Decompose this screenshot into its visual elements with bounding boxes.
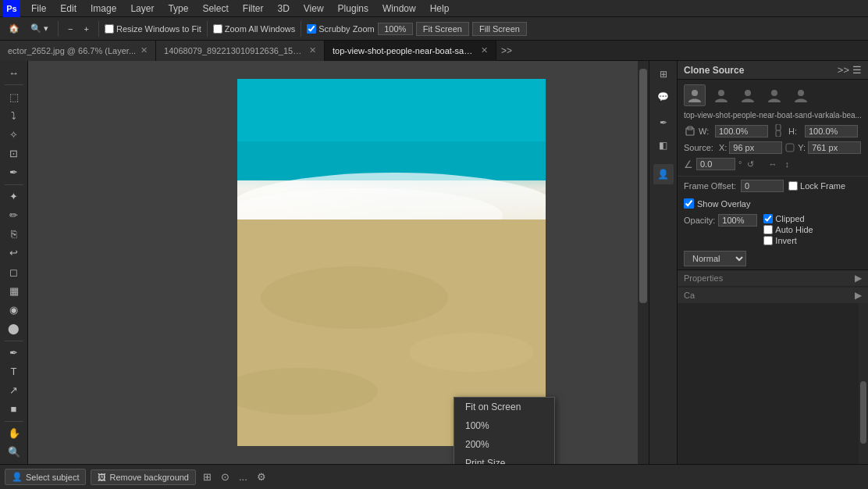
menu-window[interactable]: Window [376,2,422,16]
invert-input[interactable] [763,236,773,245]
invert-checkbox[interactable]: Invert [763,236,813,245]
zoom-tool-left-icon[interactable]: 🔍 [3,444,25,461]
tab-0-close[interactable]: ✕ [141,45,148,55]
wh-link-icon[interactable] [770,124,786,138]
blend-mode-select[interactable]: Normal [684,251,746,266]
frame-offset-input[interactable] [741,180,784,192]
show-overlay-checkbox[interactable]: Show Overlay [684,198,750,209]
tab-0[interactable]: ector_2652.jpg @ 66.7% (Layer... ✕ [0,41,156,61]
blur-icon[interactable]: ◉ [3,301,25,318]
shape-tool-icon[interactable]: ■ [3,401,25,418]
tab-2[interactable]: top-view-shot-people-near-boat-sand-vark… [325,41,496,61]
angle-input[interactable] [696,158,735,170]
menu-image[interactable]: Image [84,2,123,16]
home-button[interactable]: 🏠 [5,22,23,35]
panel-expand-button[interactable]: >> [838,64,849,76]
clone-source-1[interactable] [684,84,706,106]
clone-source-mini-icon[interactable]: 👤 [653,164,674,184]
clone-source-5[interactable] [790,84,812,106]
gradient-icon[interactable]: ▦ [3,282,25,299]
vertical-scrollbar[interactable] [638,61,649,464]
zoom-level-input[interactable] [378,23,413,35]
brush-icon[interactable]: ✏ [3,207,25,224]
clone-stamp-icon[interactable]: ⎘ [3,226,25,243]
fit-screen-button[interactable]: Fit Screen [416,22,469,36]
bottom-bar-more-options[interactable]: ... [237,469,250,485]
properties-expand[interactable]: ▶ [855,273,862,284]
move-tool-icon[interactable]: ↔ [3,64,25,81]
right-panel-scrollbar[interactable] [859,303,868,464]
text-tool-icon[interactable]: T [3,363,25,380]
clipped-checkbox[interactable]: Clipped [763,214,813,223]
right-panel-scroll-thumb[interactable] [860,381,866,444]
pen-tool-icon[interactable]: ✒ [3,344,25,361]
tab-overflow-button[interactable]: >> [496,45,517,56]
menu-file[interactable]: File [25,2,52,16]
resize-windows-checkbox[interactable]: Resize Windows to Fit [105,24,201,34]
crop-tool-icon[interactable]: ⊡ [3,145,25,162]
scroll-thumb[interactable] [639,69,647,303]
menu-select[interactable]: Select [196,2,234,16]
h-value-input[interactable] [805,125,858,137]
menu-filter[interactable]: Filter [237,2,270,16]
auto-hide-checkbox[interactable]: Auto Hide [763,225,813,234]
remove-background-button[interactable]: 🖼 Remove background [91,469,196,485]
flip-v-icon[interactable]: ↕ [782,159,792,169]
menu-plugins[interactable]: Plugins [332,2,375,16]
zoom-all-input[interactable] [213,24,222,34]
opacity-input[interactable] [718,214,757,227]
menu-edit[interactable]: Edit [54,2,83,16]
context-fit-on-screen[interactable]: Fit on Screen [454,398,554,416]
reset-angle-icon[interactable]: ↺ [745,159,756,170]
eraser-icon[interactable]: ◻ [3,263,25,280]
menu-layer[interactable]: Layer [124,2,160,16]
menu-view[interactable]: View [297,2,330,16]
marquee-tool-icon[interactable]: ⬚ [3,88,25,105]
hand-tool-icon[interactable]: ✋ [3,425,25,442]
bottom-bar-settings-icon[interactable]: ⚙ [254,469,269,485]
zoom-out-button[interactable]: − [64,23,76,35]
bottom-bar-small-icon-1[interactable]: ⊞ [201,469,214,485]
tab-1[interactable]: 14068079_892213010912636_152716148648615… [156,41,325,61]
dodge-icon[interactable]: ⬤ [3,319,25,337]
clone-source-2[interactable] [710,84,732,106]
comments-icon[interactable]: 💬 [653,87,674,107]
zoom-tool[interactable]: 🔍 ▾ [27,22,52,35]
healing-brush-icon[interactable]: ✦ [3,187,25,205]
menu-type[interactable]: Type [162,2,194,16]
tab-1-close[interactable]: ✕ [309,45,316,55]
x-value-input[interactable] [729,141,782,154]
panel-menu-button[interactable]: ☰ [852,64,862,76]
y-value-input[interactable] [808,141,861,154]
flip-h-icon[interactable]: ↔ [766,159,779,169]
select-subject-button[interactable]: 👤 Select subject [5,469,86,485]
clipped-input[interactable] [763,214,773,223]
adjustments-icon[interactable]: ✒ [653,112,674,133]
zoom-in-button[interactable]: + [80,23,93,35]
path-selection-icon[interactable]: ↗ [3,382,25,399]
scrubby-zoom-checkbox[interactable]: Scrubby Zoom [307,24,375,34]
menu-help[interactable]: Help [424,2,456,16]
quick-select-icon[interactable]: ✧ [3,126,25,143]
properties-icon[interactable]: ◧ [653,135,674,155]
context-200-percent[interactable]: 200% [454,435,554,454]
context-print-size[interactable]: Print Size [454,454,554,464]
bottom-bar-small-icon-2[interactable]: ⊙ [219,469,232,485]
layers-icon[interactable]: ⊞ [653,64,674,84]
fill-screen-button[interactable]: Fill Screen [472,22,527,36]
resize-windows-input[interactable] [105,24,114,34]
ca-expand[interactable]: ▶ [855,290,862,301]
clone-source-3[interactable] [737,84,759,106]
zoom-all-checkbox[interactable]: Zoom All Windows [213,24,295,34]
lasso-tool-icon[interactable]: ⤵ [3,107,25,124]
menu-3d[interactable]: 3D [271,2,295,16]
lock-frame-checkbox[interactable]: Lock Frame [788,181,845,191]
scrubby-zoom-input[interactable] [307,24,316,34]
clone-source-4[interactable] [763,84,785,106]
context-100-percent[interactable]: 100% [454,416,554,435]
auto-hide-input[interactable] [763,225,773,234]
history-brush-icon[interactable]: ↩ [3,244,25,262]
canvas-area[interactable]: Fit on Screen 100% 200% Print Size Zoom … [28,61,649,464]
tab-2-close[interactable]: ✕ [481,45,488,55]
w-value-input[interactable] [715,125,768,137]
